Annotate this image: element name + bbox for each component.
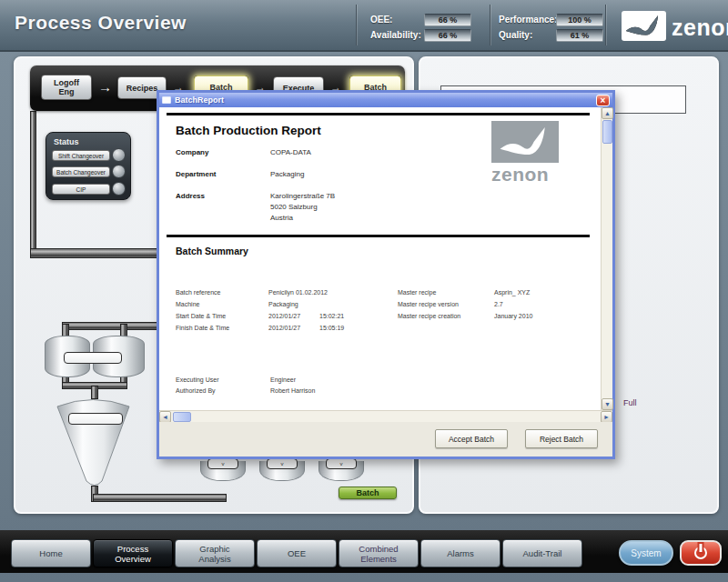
pipe bbox=[93, 494, 227, 502]
tab-home-label: Home bbox=[39, 548, 62, 558]
horizontal-scrollbar[interactable]: ◄ ► bbox=[159, 410, 612, 422]
scroll-down-icon[interactable]: ▼ bbox=[602, 398, 613, 410]
header-divider bbox=[605, 5, 606, 45]
tab-oee-label: OEE bbox=[288, 548, 306, 558]
tab-combined-elements-label: Combined Elements bbox=[350, 544, 407, 564]
brand-name: zenon bbox=[672, 15, 728, 41]
report-brand-name: zenon bbox=[491, 164, 549, 186]
metric-label-quality: Quality: bbox=[499, 30, 532, 40]
app-header: Process Overview OEE: 66 % Availability:… bbox=[0, 0, 728, 52]
tab-audit-trail-label: Audit-Trail bbox=[523, 548, 562, 558]
metric-label-oee: OEE: bbox=[370, 15, 392, 25]
zenon-logo-icon bbox=[622, 11, 666, 41]
batch-state-button[interactable]: Batch bbox=[339, 487, 397, 499]
status-shift-changeover-button[interactable]: Shift Changeover bbox=[52, 150, 110, 161]
company-label: Company bbox=[176, 148, 208, 156]
department-label: Department bbox=[176, 170, 216, 178]
summary-label: Master recipe bbox=[398, 289, 436, 296]
logoff-button-label: Logoff Eng bbox=[50, 78, 83, 96]
address-label: Address bbox=[176, 192, 205, 200]
status-cip-label: CIP bbox=[76, 186, 86, 193]
summary-value: 2012/01/27 bbox=[268, 325, 300, 331]
vessel-valve-label: v bbox=[207, 458, 238, 469]
flow-arrow-icon: → bbox=[98, 80, 112, 94]
tab-audit-trail[interactable]: Audit-Trail bbox=[502, 539, 582, 567]
logoff-button[interactable]: Logoff Eng bbox=[41, 75, 92, 100]
batch-state-label: Batch bbox=[356, 488, 379, 497]
batch-report-dialog: BatchReport × Batch Production Report ze… bbox=[157, 90, 615, 459]
status-batch-indicator bbox=[112, 165, 126, 178]
tab-oee[interactable]: OEE bbox=[257, 539, 337, 567]
company-value: COPA-DATA bbox=[270, 148, 311, 156]
vertical-scrollbar[interactable]: ▲ ▼ bbox=[601, 107, 612, 410]
summary-label: Machine bbox=[176, 301, 199, 307]
header-divider bbox=[356, 5, 357, 45]
report-zenon-logo-icon bbox=[491, 121, 559, 163]
scroll-up-icon[interactable]: ▲ bbox=[602, 107, 613, 119]
close-icon[interactable]: × bbox=[596, 95, 610, 106]
tab-alarms-label: Alarms bbox=[447, 548, 474, 558]
summary-label: Batch reference bbox=[176, 289, 220, 296]
pipe bbox=[30, 248, 161, 258]
system-button[interactable]: System bbox=[619, 540, 673, 566]
dialog-titlebar[interactable]: BatchReport × bbox=[159, 93, 612, 107]
vessel-valve-label: v bbox=[267, 458, 298, 469]
report-heading: Batch Production Report bbox=[176, 124, 321, 137]
tab-graphic-analysis-label: Graphic Analysis bbox=[189, 544, 240, 564]
report-rule bbox=[167, 235, 590, 237]
summary-label: Master recipe creation bbox=[398, 313, 460, 319]
report-page: Batch Production Report zenon Company CO… bbox=[159, 107, 601, 410]
pipe bbox=[62, 322, 161, 330]
summary-label: Start Date & Time bbox=[176, 313, 226, 319]
accept-batch-button[interactable]: Accept Batch bbox=[435, 429, 508, 448]
dialog-body: Batch Production Report zenon Company CO… bbox=[159, 107, 612, 457]
summary-value: January 2010 bbox=[494, 313, 532, 319]
summary-value: 2012/01/27 bbox=[268, 313, 300, 319]
system-button-label: System bbox=[631, 548, 661, 558]
dialog-button-bar: Accept Batch Reject Batch bbox=[159, 422, 612, 457]
metric-label-availability: Availability: bbox=[370, 30, 421, 40]
pipe bbox=[30, 111, 36, 255]
signoff-value: Engineer bbox=[270, 376, 296, 383]
status-shift-indicator bbox=[112, 148, 126, 162]
window-icon bbox=[162, 96, 171, 104]
page-title: Process Overview bbox=[15, 12, 187, 34]
power-button[interactable] bbox=[680, 540, 722, 566]
summary-time: 15:05:19 bbox=[319, 325, 344, 331]
report-rule bbox=[167, 113, 590, 115]
status-batch-label: Batch Changeover bbox=[56, 169, 106, 176]
metric-value-performance: 100 % bbox=[556, 14, 603, 26]
tab-graphic-analysis[interactable]: Graphic Analysis bbox=[175, 539, 255, 567]
tab-alarms[interactable]: Alarms bbox=[420, 539, 500, 567]
status-panel: Status Shift Changeover Batch Changeover… bbox=[46, 132, 131, 200]
horizontal-scroll-thumb[interactable] bbox=[173, 412, 191, 422]
address-line: Austria bbox=[270, 214, 293, 222]
recipes-button-label: Recipes bbox=[126, 84, 158, 93]
status-panel-title: Status bbox=[54, 137, 79, 146]
hopper-label bbox=[68, 413, 123, 425]
signoff-label: Authorized By bbox=[176, 387, 216, 394]
status-cip-button[interactable]: CIP bbox=[52, 184, 110, 195]
reject-batch-button[interactable]: Reject Batch bbox=[525, 429, 598, 448]
vessel-valve-label: v bbox=[326, 458, 357, 469]
status-cip-indicator bbox=[112, 182, 126, 196]
address-line: Karolingerstraße 7B bbox=[270, 192, 335, 200]
summary-value: Asprin_ XYZ bbox=[494, 289, 530, 296]
header-divider bbox=[490, 5, 490, 45]
signoff-label: Executing User bbox=[176, 376, 218, 383]
vertical-scroll-thumb[interactable] bbox=[602, 120, 612, 144]
department-value: Packaging bbox=[270, 170, 304, 178]
status-batch-changeover-button[interactable]: Batch Changeover bbox=[52, 166, 110, 177]
full-status-label: Full bbox=[623, 398, 637, 407]
tank-label bbox=[64, 352, 122, 364]
address-line: 5020 Salzburg bbox=[270, 203, 318, 211]
summary-label: Finish Date & Time bbox=[176, 325, 229, 331]
tab-home[interactable]: Home bbox=[11, 539, 91, 567]
power-icon bbox=[694, 547, 707, 559]
tab-combined-elements[interactable]: Combined Elements bbox=[339, 539, 419, 567]
summary-value: Penicilyn 01.02.2012 bbox=[268, 289, 328, 296]
dialog-title: BatchReport bbox=[175, 95, 224, 105]
signoff-value: Robert Harrison bbox=[270, 387, 315, 394]
cone-hopper bbox=[55, 393, 132, 489]
tab-process-overview[interactable]: Process Overview bbox=[93, 539, 173, 567]
